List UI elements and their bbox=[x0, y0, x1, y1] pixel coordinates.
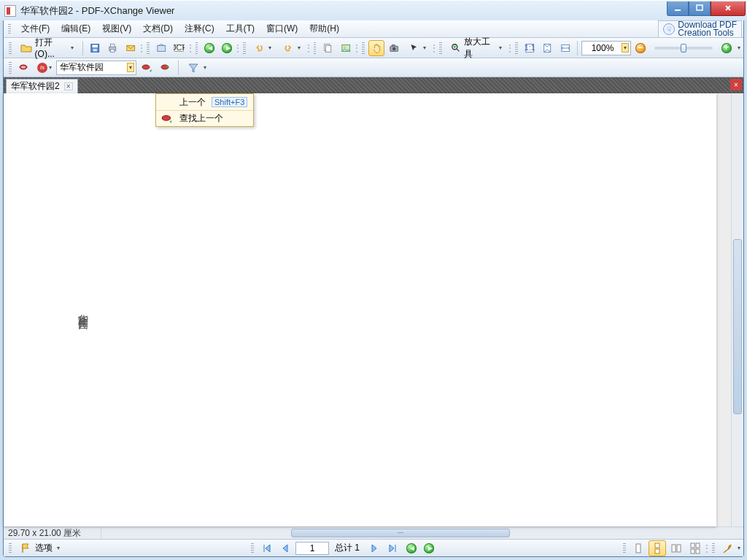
separator bbox=[178, 61, 179, 75]
svg-rect-3 bbox=[93, 44, 98, 47]
toolbar-grip[interactable] bbox=[314, 42, 317, 54]
toolbar-grip[interactable] bbox=[623, 543, 626, 553]
tab-document-1[interactable]: 华军软件园2 × bbox=[6, 79, 78, 93]
nav-forward-button[interactable]: ► bbox=[219, 40, 235, 56]
toolbar-grip[interactable] bbox=[9, 42, 12, 54]
menu-view[interactable]: 视图(V) bbox=[96, 20, 137, 37]
open-label: 打开(O)... bbox=[35, 36, 66, 59]
toolbar-grip[interactable] bbox=[9, 543, 12, 553]
save-button[interactable] bbox=[87, 40, 103, 56]
facing-layout-button[interactable] bbox=[667, 540, 685, 556]
select-tool-button[interactable]: ▾ bbox=[404, 40, 431, 56]
close-all-tabs-button[interactable]: × bbox=[730, 79, 742, 90]
toolbar-grip[interactable] bbox=[243, 42, 246, 54]
svg-rect-31 bbox=[655, 549, 659, 553]
toolbar-grip[interactable] bbox=[196, 42, 198, 54]
fit-width-button[interactable] bbox=[557, 40, 573, 56]
undo-button[interactable]: ▾ bbox=[249, 40, 276, 56]
find-next-button[interactable] bbox=[157, 60, 174, 76]
horizontal-scroll-track[interactable] bbox=[101, 527, 743, 539]
actual-size-button[interactable]: 1:1 bbox=[522, 40, 538, 56]
page-number-input[interactable] bbox=[295, 542, 329, 555]
toolbar-grip[interactable] bbox=[8, 24, 11, 34]
close-button[interactable] bbox=[711, 1, 746, 16]
horizontal-scroll-thumb[interactable] bbox=[291, 529, 510, 537]
zoom-in-button[interactable]: + bbox=[719, 40, 735, 56]
options-button[interactable]: 选项 ▾ bbox=[15, 540, 65, 556]
email-button[interactable] bbox=[123, 40, 139, 56]
export-image-button[interactable] bbox=[338, 40, 354, 56]
options-label: 选项 bbox=[35, 542, 53, 554]
scan-button[interactable] bbox=[153, 40, 169, 56]
search-filter-button[interactable]: ▾ bbox=[182, 60, 212, 76]
nav-forward-green-button[interactable]: ► bbox=[421, 540, 437, 556]
redo-button[interactable]: ▾ bbox=[278, 40, 305, 56]
chevron-down-icon: ▾ bbox=[423, 44, 426, 51]
page-total: 总计 1 bbox=[330, 542, 364, 554]
nav-back-green-button[interactable]: ◄ bbox=[403, 540, 419, 556]
menu-annotation[interactable]: 注释(C) bbox=[179, 20, 220, 37]
bookmark-tool-button[interactable] bbox=[719, 540, 736, 556]
tooltip-row-1: 上一个 Shift+F3 bbox=[156, 94, 253, 110]
toolbar-grip[interactable] bbox=[515, 42, 518, 54]
tooltip-row-2: 查找上一个 bbox=[156, 110, 253, 126]
vertical-scroll-thumb[interactable] bbox=[733, 239, 742, 414]
menu-edit[interactable]: 编辑(E) bbox=[55, 20, 96, 37]
svg-rect-1 bbox=[697, 5, 703, 10]
slider-thumb[interactable] bbox=[681, 44, 686, 52]
svg-rect-6 bbox=[111, 44, 115, 47]
ocr-button[interactable]: OCR bbox=[171, 40, 187, 56]
maximize-button[interactable] bbox=[689, 1, 711, 16]
chevron-down-icon[interactable]: ▾ bbox=[738, 44, 740, 51]
snapshot-tool-button[interactable] bbox=[386, 40, 402, 56]
zoom-combo[interactable]: 100% ▾ bbox=[581, 41, 631, 55]
svg-rect-36 bbox=[691, 549, 694, 553]
toolbar-grip[interactable] bbox=[362, 42, 365, 54]
minimize-button[interactable] bbox=[667, 1, 689, 16]
find-previous-button[interactable] bbox=[138, 60, 155, 76]
fit-page-button[interactable] bbox=[539, 40, 555, 56]
menu-file[interactable]: 文件(F) bbox=[15, 20, 55, 37]
toolbar-grip[interactable] bbox=[147, 42, 150, 54]
next-page-button[interactable] bbox=[365, 540, 383, 556]
copy-button[interactable] bbox=[320, 40, 336, 56]
menu-help[interactable]: 帮助(H) bbox=[303, 20, 345, 37]
zoom-out-button[interactable]: − bbox=[632, 40, 649, 56]
separator bbox=[577, 41, 578, 55]
toolbar-grip[interactable] bbox=[712, 543, 715, 553]
pdf-page[interactable]: 华军软件园 上一个 Shift+F3 查找上一个 bbox=[4, 93, 716, 526]
continuous-layout-button[interactable] bbox=[649, 540, 666, 556]
tab-close-icon[interactable]: × bbox=[64, 82, 73, 90]
chevron-down-icon: ▾ bbox=[622, 43, 629, 52]
search-red-icon[interactable]: ls▾ bbox=[34, 60, 55, 76]
toolbar-grip[interactable] bbox=[9, 62, 12, 74]
hand-tool-button[interactable] bbox=[368, 40, 384, 56]
window-controls bbox=[667, 1, 746, 16]
chevron-down-icon[interactable]: ▾ bbox=[738, 545, 740, 551]
menu-document[interactable]: 文档(D) bbox=[137, 20, 179, 37]
separator bbox=[705, 541, 708, 556]
search-toolbar: ls▾ 华军软件园 ▾ ▾ bbox=[4, 58, 743, 77]
single-page-layout-button[interactable] bbox=[630, 540, 647, 556]
svg-rect-7 bbox=[111, 49, 115, 52]
print-button[interactable] bbox=[104, 40, 120, 56]
search-icon[interactable] bbox=[15, 60, 33, 76]
toolbar-grip[interactable] bbox=[251, 543, 254, 553]
download-promo[interactable]: ☟ Download PDFCreation Tools bbox=[658, 20, 742, 38]
menu-window[interactable]: 窗口(W) bbox=[260, 20, 303, 37]
separator bbox=[508, 41, 511, 55]
nav-back-button[interactable]: ◄ bbox=[201, 40, 217, 56]
search-value: 华军软件园 bbox=[60, 61, 125, 74]
facing-continuous-layout-button[interactable] bbox=[686, 540, 704, 556]
prev-page-button[interactable] bbox=[276, 540, 294, 556]
open-button[interactable]: 打开(O)... ▾ bbox=[15, 40, 79, 56]
zoom-value[interactable]: 100% bbox=[585, 43, 620, 53]
first-page-button[interactable] bbox=[258, 540, 275, 556]
vertical-scrollbar[interactable] bbox=[731, 93, 743, 526]
last-page-button[interactable] bbox=[384, 540, 402, 556]
zoom-slider[interactable] bbox=[654, 47, 713, 50]
toolbar-grip[interactable] bbox=[439, 42, 442, 54]
menu-tool[interactable]: 工具(T) bbox=[220, 20, 260, 37]
search-input[interactable]: 华军软件园 ▾ bbox=[56, 61, 136, 75]
zoom-tool-button[interactable]: 放大工具 ▾ bbox=[446, 40, 507, 56]
